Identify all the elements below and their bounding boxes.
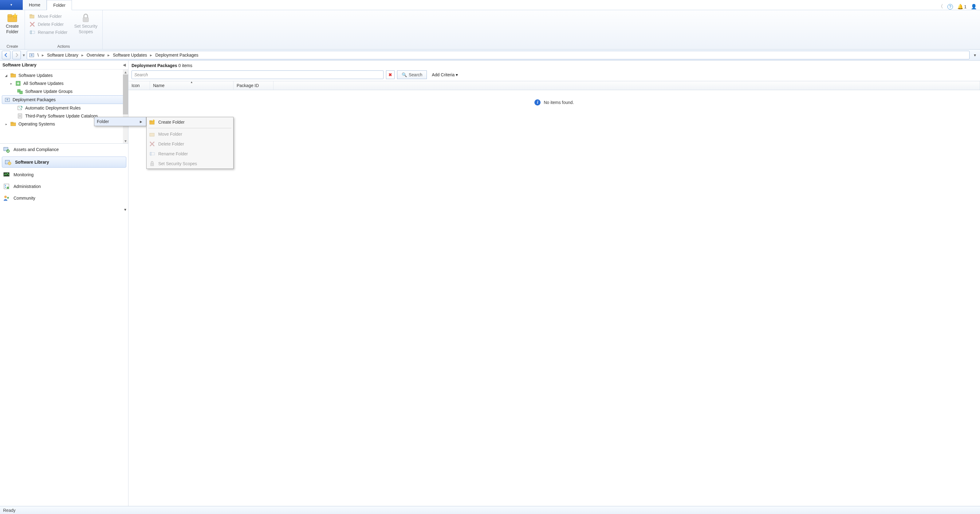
wnav-community[interactable]: Community bbox=[0, 192, 128, 204]
tree-software-updates[interactable]: ◢ Software Updates bbox=[0, 71, 128, 79]
updates-icon bbox=[15, 81, 21, 86]
delete-folder-icon bbox=[29, 21, 35, 27]
tree-label: Software Update Groups bbox=[25, 89, 73, 94]
delete-folder-button[interactable]: Delete Folder bbox=[29, 21, 68, 27]
main-pane: Deployment Packages 0 items Search ✖ 🔍 S… bbox=[129, 61, 980, 506]
context-menu: Folder bbox=[94, 117, 146, 126]
scopes-label-1: Set Security bbox=[74, 24, 97, 29]
wunderbar-options-icon[interactable]: ▾ bbox=[124, 207, 126, 212]
clear-search-button[interactable]: ✖ bbox=[386, 70, 395, 79]
move-folder-icon bbox=[149, 131, 155, 137]
col-spacer bbox=[274, 81, 980, 90]
wnav-software-library[interactable]: Software Library bbox=[2, 156, 126, 168]
tree-automatic-deployment-rules[interactable]: Automatic Deployment Rules bbox=[0, 104, 128, 112]
feedback-icon[interactable]: 👤 bbox=[971, 4, 977, 10]
monitoring-icon bbox=[3, 171, 10, 178]
tree-deployment-packages[interactable]: Deployment Packages bbox=[2, 95, 126, 104]
tree-scrollbar[interactable]: ▴ ▾ bbox=[123, 70, 128, 143]
search-input[interactable]: Search bbox=[132, 70, 383, 79]
col-name[interactable]: Name bbox=[150, 81, 234, 90]
wnav-monitoring[interactable]: Monitoring bbox=[0, 169, 128, 180]
ctx-label: Delete Folder bbox=[158, 142, 184, 147]
notifications-icon[interactable]: 🔔1 bbox=[957, 4, 966, 10]
move-folder-icon bbox=[29, 13, 35, 19]
ctx-delete-folder[interactable]: Delete Folder bbox=[146, 139, 233, 149]
tab-folder[interactable]: Folder bbox=[47, 0, 72, 10]
ribbon-group-actions-label: Actions bbox=[28, 44, 99, 49]
create-folder-label-1: Create bbox=[6, 24, 19, 29]
create-folder-icon bbox=[149, 119, 155, 125]
status-text: Ready bbox=[3, 508, 15, 513]
ctx-move-folder[interactable]: Move Folder bbox=[146, 129, 233, 139]
rename-folder-button[interactable]: Rename Folder bbox=[29, 29, 68, 35]
adr-icon bbox=[17, 105, 23, 111]
ribbon: Create Folder Create Move Folder Delete … bbox=[0, 10, 980, 49]
crumb-software-library[interactable]: Software Library bbox=[47, 53, 78, 57]
breadcrumb[interactable]: \ ▸ Software Library ▸ Overview ▸ Softwa… bbox=[27, 51, 970, 59]
delete-folder-label: Delete Folder bbox=[38, 22, 64, 27]
forward-button[interactable] bbox=[12, 51, 21, 59]
crumb-root[interactable]: \ bbox=[38, 53, 39, 57]
rename-folder-icon bbox=[29, 29, 35, 35]
search-button-label: Search bbox=[409, 72, 422, 77]
deployment-packages-icon bbox=[29, 52, 34, 58]
crumb-deployment-packages[interactable]: Deployment Packages bbox=[155, 53, 198, 57]
tab-home[interactable]: Home bbox=[23, 0, 47, 10]
tree-label: Deployment Packages bbox=[13, 97, 56, 102]
ctx-set-security-scopes[interactable]: Set Security Scopes bbox=[146, 159, 233, 169]
help-icon[interactable]: ? bbox=[947, 4, 953, 10]
search-placeholder: Search bbox=[134, 72, 148, 77]
ctx-label: Move Folder bbox=[158, 132, 182, 137]
ctx-create-folder[interactable]: Create Folder bbox=[146, 117, 233, 127]
breadcrumb-dropdown-icon[interactable]: ▾ bbox=[971, 53, 978, 57]
expand-icon[interactable]: ▸ bbox=[4, 123, 8, 126]
history-dropdown-icon[interactable]: ▾ bbox=[23, 53, 25, 57]
svg-rect-3 bbox=[30, 14, 32, 16]
ribbon-group-create-label: Create bbox=[6, 44, 18, 49]
set-security-scopes-button[interactable]: Set Security Scopes bbox=[73, 11, 99, 35]
lock-icon bbox=[149, 161, 155, 167]
navigation-pane-title: Software Library bbox=[2, 62, 36, 67]
deployment-packages-icon bbox=[5, 97, 10, 102]
tree-scroll-thumb[interactable] bbox=[123, 75, 128, 115]
search-button[interactable]: 🔍 Search bbox=[397, 70, 427, 79]
ctx-folder[interactable]: Folder bbox=[94, 117, 146, 126]
col-package-id[interactable]: Package ID bbox=[234, 81, 274, 90]
wnav-label: Monitoring bbox=[14, 172, 33, 177]
create-folder-button[interactable]: Create Folder bbox=[3, 11, 22, 35]
tree-label: Automatic Deployment Rules bbox=[25, 105, 81, 110]
ctx-folder-label: Folder bbox=[97, 119, 109, 124]
administration-icon bbox=[3, 183, 10, 190]
ctx-rename-folder[interactable]: Rename Folder bbox=[146, 149, 233, 159]
svg-rect-34 bbox=[150, 133, 154, 136]
ribbon-collapse-icon[interactable]: 〈 bbox=[938, 3, 943, 10]
chevron-right-icon: ▸ bbox=[81, 53, 84, 57]
svg-rect-22 bbox=[11, 122, 13, 123]
wnav-administration[interactable]: Administration bbox=[0, 180, 128, 192]
close-icon: ✖ bbox=[388, 72, 392, 77]
chevron-right-icon: ▸ bbox=[108, 53, 110, 57]
expand-icon[interactable]: ▸ bbox=[9, 82, 13, 85]
svg-rect-35 bbox=[150, 153, 154, 155]
collapse-pane-icon[interactable]: ◀ bbox=[123, 63, 126, 67]
navigation-pane: Software Library ◀ ▴ ▾ ◢ Software Update… bbox=[0, 61, 129, 506]
crumb-software-updates[interactable]: Software Updates bbox=[113, 53, 147, 57]
col-icon[interactable]: Icon bbox=[129, 81, 150, 90]
crumb-overview[interactable]: Overview bbox=[87, 53, 105, 57]
svg-rect-16 bbox=[18, 106, 22, 110]
main-title: Deployment Packages bbox=[132, 63, 177, 68]
add-criteria-button[interactable]: Add Criteria ▾ bbox=[429, 72, 458, 77]
tree-label: All Software Updates bbox=[23, 81, 64, 86]
update-groups-icon bbox=[17, 89, 23, 94]
tree-software-update-groups[interactable]: Software Update Groups bbox=[0, 87, 128, 95]
tree-all-software-updates[interactable]: ▸ All Software Updates bbox=[0, 79, 128, 87]
svg-point-30 bbox=[4, 196, 7, 198]
wnav-label: Software Library bbox=[15, 160, 49, 164]
wnav-assets[interactable]: Assets and Compliance bbox=[0, 144, 128, 155]
back-button[interactable] bbox=[2, 51, 10, 59]
ctx-label: Rename Folder bbox=[158, 151, 188, 156]
quick-access-dropdown[interactable] bbox=[0, 0, 23, 10]
collapse-icon[interactable]: ◢ bbox=[4, 74, 8, 77]
tab-bar: Home Folder 〈 ? 🔔1 👤 bbox=[0, 0, 980, 10]
move-folder-button[interactable]: Move Folder bbox=[29, 13, 68, 19]
